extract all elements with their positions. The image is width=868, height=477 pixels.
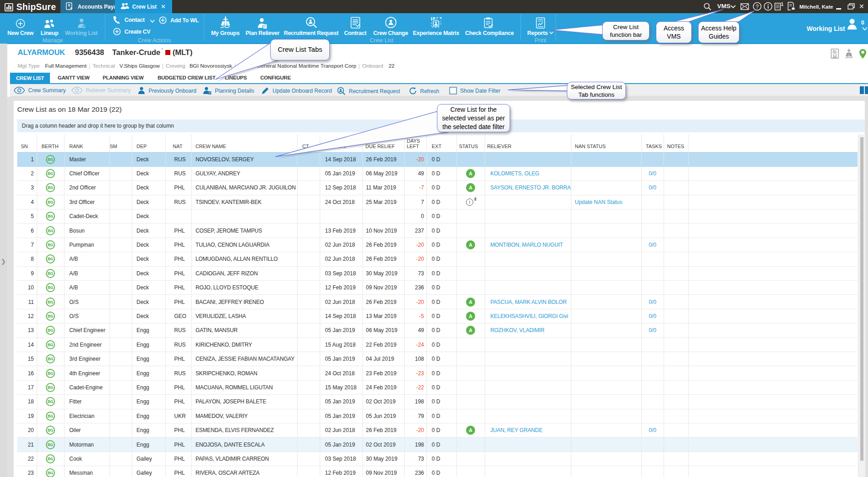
svg-text:?: ?: [756, 4, 759, 10]
svg-text:1: 1: [781, 2, 784, 7]
svg-text:$: $: [68, 3, 70, 7]
